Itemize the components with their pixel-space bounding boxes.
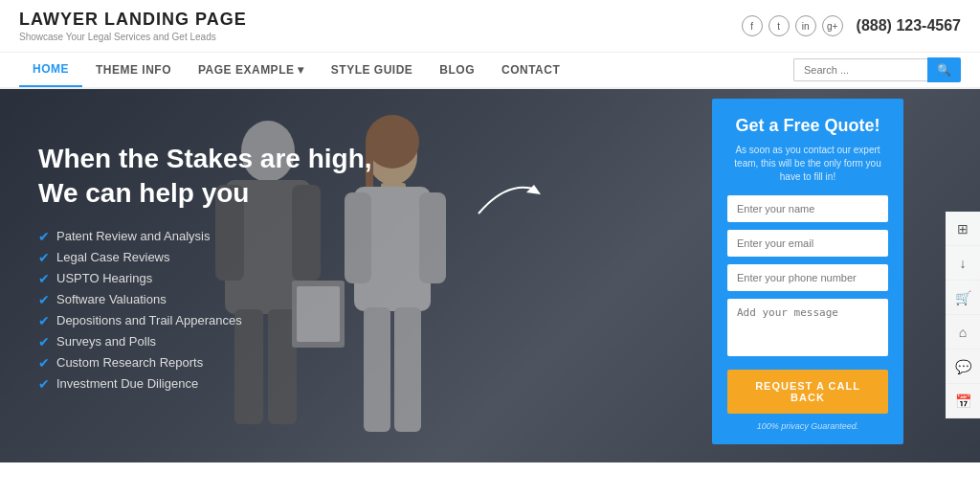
logo-subtitle: Showcase Your Legal Services and Get Lea…: [19, 32, 247, 42]
list-item: ✔Custom Research Reports: [38, 355, 372, 371]
twitter-icon[interactable]: t: [768, 15, 790, 36]
navigation: HOME THEME INFO PAGE EXAMPLE ▾ STYLE GUI…: [0, 53, 980, 89]
cart-icon[interactable]: 🛒: [946, 281, 980, 315]
hero-services-list: ✔Patent Review and Analysis ✔Legal Case …: [38, 229, 372, 392]
check-icon: ✔: [38, 271, 50, 286]
name-input[interactable]: [727, 195, 888, 222]
calendar-icon[interactable]: 📅: [946, 384, 980, 418]
quote-form: Get a Free Quote! As soon as you contact…: [712, 99, 903, 444]
nav-style-guide[interactable]: STYLE GUIDE: [318, 53, 427, 87]
check-icon: ✔: [38, 334, 50, 349]
check-icon: ✔: [38, 313, 50, 328]
list-item: ✔USPTO Hearings: [38, 271, 372, 286]
phone-number: (888) 123-4567: [857, 17, 961, 34]
list-item: ✔Software Valuations: [38, 292, 372, 307]
list-item: ✔Investment Due Diligence: [38, 376, 372, 392]
nav-blog[interactable]: BLOG: [426, 53, 488, 87]
check-icon: ✔: [38, 292, 50, 307]
email-input[interactable]: [727, 230, 888, 257]
arrow-icon: [469, 175, 546, 223]
list-item: ✔Surveys and Polls: [38, 334, 372, 349]
nav-theme-info[interactable]: THEME INFO: [82, 53, 185, 87]
googleplus-icon[interactable]: g+: [822, 15, 843, 36]
message-input[interactable]: [727, 299, 888, 356]
nav-page-example[interactable]: PAGE EXAMPLE ▾: [185, 53, 318, 87]
list-item: ✔Legal Case Reviews: [38, 250, 372, 265]
list-item: ✔Patent Review and Analysis: [38, 229, 372, 244]
chat-icon[interactable]: 💬: [946, 349, 980, 384]
check-icon: ✔: [38, 250, 50, 265]
logo-area: LAWYER LANDING PAGE Showcase Your Legal …: [19, 10, 247, 42]
social-icons: f t in g+: [742, 15, 843, 36]
search-area: 🔍: [793, 57, 961, 82]
header-right: f t in g+ (888) 123-4567: [742, 15, 961, 36]
nav-links: HOME THEME INFO PAGE EXAMPLE ▾ STYLE GUI…: [19, 53, 573, 87]
nav-contact[interactable]: CONTACT: [488, 53, 573, 87]
svg-rect-14: [419, 192, 446, 283]
nav-home[interactable]: HOME: [19, 53, 82, 87]
quote-form-subtitle: As soon as you contact our expert team, …: [727, 144, 888, 184]
privacy-text: 100% privacy Guaranteed.: [727, 421, 888, 431]
check-icon: ✔: [38, 229, 50, 244]
grid-icon[interactable]: ⊞: [946, 212, 980, 246]
hero-text-block: When the Stakes are high, We can help yo…: [38, 142, 372, 397]
phone-input[interactable]: [727, 264, 888, 291]
facebook-icon[interactable]: f: [742, 15, 763, 36]
svg-marker-17: [526, 185, 541, 194]
check-icon: ✔: [38, 376, 50, 392]
linkedin-icon[interactable]: in: [795, 15, 816, 36]
svg-point-9: [366, 115, 419, 169]
svg-rect-16: [394, 307, 421, 432]
quote-form-title: Get a Free Quote!: [727, 116, 888, 136]
search-button[interactable]: 🔍: [927, 57, 961, 82]
check-icon: ✔: [38, 355, 50, 371]
cta-button[interactable]: REQUEST A CALL BACK: [727, 370, 888, 414]
tag-icon[interactable]: ⌂: [946, 315, 980, 349]
hero-title: When the Stakes are high, We can help yo…: [38, 142, 372, 212]
header: LAWYER LANDING PAGE Showcase Your Legal …: [0, 0, 980, 53]
download-icon[interactable]: ↓: [946, 246, 980, 281]
list-item: ✔Depositions and Trail Apperances: [38, 313, 372, 328]
right-sidebar: ⊞ ↓ 🛒 ⌂ 💬 📅: [946, 212, 980, 418]
logo-title: LAWYER LANDING PAGE: [19, 10, 247, 30]
search-input[interactable]: [793, 58, 927, 81]
hero-section: When the Stakes are high, We can help yo…: [0, 89, 980, 462]
